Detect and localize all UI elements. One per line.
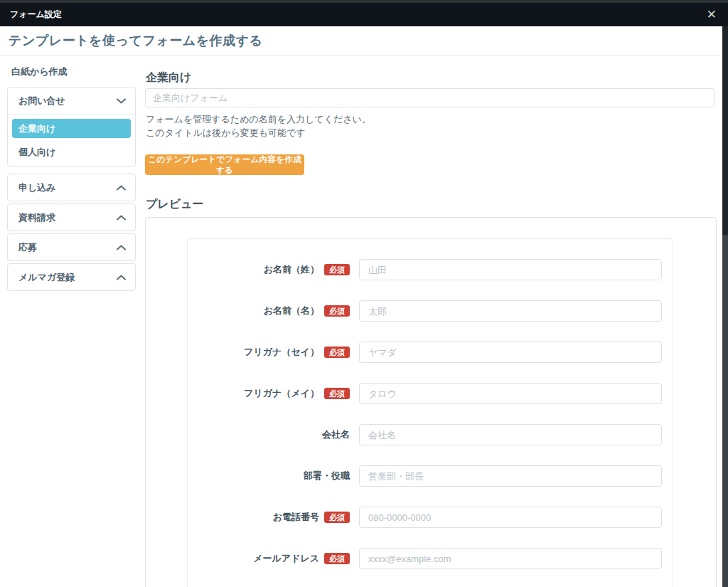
sidebar-group-label: 申し込み: [18, 181, 56, 194]
required-badge: 必須: [324, 553, 350, 564]
description-line-2: このタイトルは後から変更も可能です: [146, 126, 371, 139]
field-label: フリガナ（メイ）: [244, 387, 319, 400]
divider: [8, 114, 135, 115]
last-name-input[interactable]: [359, 259, 662, 280]
first-name-input[interactable]: [359, 300, 662, 322]
sidebar-group-contact: お問い合せ 企業向け 個人向け: [7, 87, 136, 166]
sidebar-group-document-request-header[interactable]: 資料請求: [8, 204, 135, 231]
form-row-last-name: お名前（姓）必須: [188, 259, 673, 280]
page-title: テンプレートを使ってフォームを作成する: [0, 32, 262, 49]
form-row-kana-first: フリガナ（メイ）必須: [188, 383, 673, 404]
chevron-down-icon: [117, 98, 126, 104]
sidebar-group-newsletter: メルマガ登録: [7, 263, 136, 291]
field-label: 部署・役職: [304, 470, 350, 482]
form-name-input[interactable]: [145, 88, 715, 107]
sidebar-group-label: 資料請求: [18, 211, 55, 224]
form-settings-modal: フォーム設定 ✕ テンプレートを使ってフォームを作成する 白紙から作成 お問い合…: [0, 0, 728, 587]
sidebar-group-label: メルマガ登録: [18, 271, 75, 284]
sidebar-group-newsletter-header[interactable]: メルマガ登録: [8, 264, 135, 290]
sidebar-group-contact-header[interactable]: お問い合せ: [8, 88, 135, 114]
close-icon[interactable]: ✕: [707, 3, 717, 26]
template-title: 企業向け: [146, 70, 191, 85]
required-badge: 必須: [324, 347, 350, 358]
preview-form-card: お名前（姓）必須 お名前（名）必須 フリガナ（セイ）必須 フリガナ（メイ）必須: [187, 238, 673, 587]
sidebar-item-blank-create[interactable]: 白紙から作成: [11, 65, 68, 78]
field-label: フリガナ（セイ）: [244, 346, 319, 359]
chevron-up-icon: [117, 275, 126, 280]
form-row-company: 会社名: [188, 424, 673, 445]
scrollbar-thumb[interactable]: [722, 235, 728, 587]
company-input[interactable]: [359, 424, 662, 445]
required-badge: 必須: [324, 305, 350, 317]
preview-title: プレビュー: [146, 197, 204, 212]
chevron-up-icon: [117, 185, 126, 191]
sidebar-item-personal[interactable]: 個人向け: [12, 142, 131, 162]
sidebar-item-corporate[interactable]: 企業向け: [12, 119, 131, 138]
sidebar-group-apply-header[interactable]: 応募: [8, 234, 135, 260]
kana-last-input[interactable]: [359, 342, 662, 363]
required-badge: 必須: [324, 264, 350, 275]
modal-body: テンプレートを使ってフォームを作成する 白紙から作成 お問い合せ 企業向け 個人…: [0, 26, 722, 587]
phone-input[interactable]: [359, 507, 662, 528]
preview-container: お名前（姓）必須 お名前（名）必須 フリガナ（セイ）必須 フリガナ（メイ）必須: [145, 217, 717, 587]
form-row-department: 部署・役職: [188, 465, 673, 487]
department-input[interactable]: [359, 465, 662, 487]
required-badge: 必須: [324, 512, 350, 523]
sidebar-group-document-request: 資料請求: [7, 203, 136, 231]
field-label: お名前（名）: [264, 305, 319, 317]
required-badge: 必須: [324, 388, 350, 399]
field-label: 会社名: [322, 428, 350, 441]
sidebar-group-label: 応募: [18, 241, 37, 254]
scrollbar-track[interactable]: [722, 26, 728, 587]
sidebar-group-application-header[interactable]: 申し込み: [8, 174, 135, 201]
kana-first-input[interactable]: [359, 383, 662, 404]
form-row-first-name: お名前（名）必須: [188, 300, 673, 322]
field-label: お電話番号: [273, 511, 319, 524]
form-name-description: フォームを管理するための名前を入力してください。 このタイトルは後から変更も可能…: [146, 112, 371, 139]
form-row-email: メールアドレス必須: [188, 548, 673, 569]
field-label: メールアドレス: [253, 552, 319, 565]
create-from-template-button[interactable]: このテンプレートでフォーム内容を作成する: [145, 154, 304, 175]
chevron-up-icon: [117, 215, 126, 221]
description-line-1: フォームを管理するための名前を入力してください。: [146, 112, 371, 126]
email-input[interactable]: [359, 548, 662, 569]
sidebar-group-apply: 応募: [7, 233, 136, 261]
chevron-up-icon: [117, 245, 126, 250]
modal-title-row: テンプレートを使ってフォームを作成する: [0, 26, 722, 55]
sidebar-group-application: 申し込み: [7, 174, 136, 201]
modal-header: フォーム設定 ✕: [0, 3, 728, 26]
form-row-phone: お電話番号必須: [188, 507, 673, 528]
modal-header-title: フォーム設定: [0, 9, 62, 21]
form-row-kana-last: フリガナ（セイ）必須: [188, 342, 673, 363]
sidebar-group-label: お問い合せ: [18, 95, 65, 107]
field-label: お名前（姓）: [264, 263, 319, 276]
